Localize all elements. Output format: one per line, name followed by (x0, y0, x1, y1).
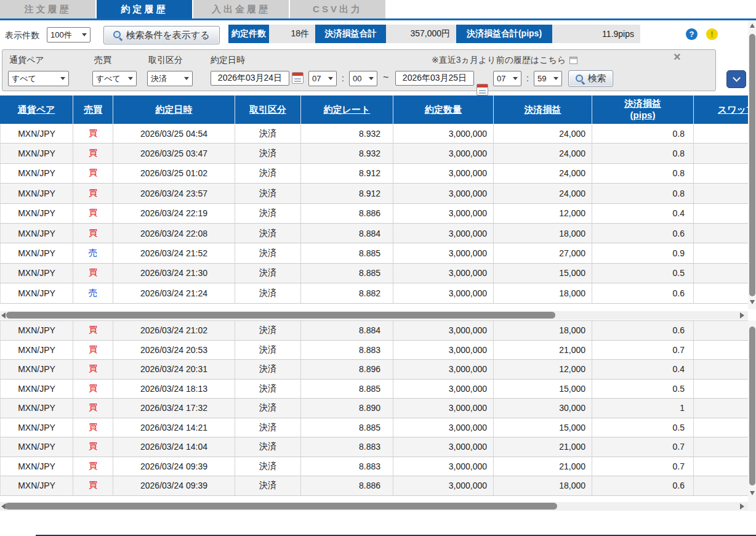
currency-pair-value: すべて (12, 73, 36, 84)
cell-currency-pair: MXN/JPY (1, 418, 73, 437)
cell-rate: 8.886 (301, 204, 393, 223)
table-header-row: 通貨ペア売買約定日時取引区分約定レート約定数量決済損益決済損益(pips)スワッ… (0, 95, 748, 124)
cell-quantity: 3,000,000 (393, 360, 494, 379)
cell-quantity: 3,000,000 (393, 418, 494, 437)
cell-trade-type: 決済 (235, 243, 301, 262)
cell-currency-pair: MXN/JPY (1, 224, 73, 243)
search-icon (576, 75, 584, 83)
column-header-quantity[interactable]: 約定数量 (393, 95, 493, 124)
horizontal-scrollbar-thumb[interactable] (6, 312, 555, 319)
tab-csv-export[interactable]: CSV出力 (290, 0, 385, 18)
tab-order-history[interactable]: 注文履歴 (0, 0, 95, 18)
cell-quantity: 3,000,000 (393, 283, 494, 303)
close-icon[interactable]: × (674, 51, 681, 63)
cell-swap (694, 224, 748, 243)
cell-side: 買 (73, 360, 113, 379)
to-minute-value: 59 (537, 74, 546, 83)
table-row: MXN/JPY買2026/03/25 04:54決済8.9323,000,000… (0, 124, 748, 144)
search-conditions-toggle-label: 検索条件を表示する (126, 30, 209, 41)
cell-currency-pair: MXN/JPY (1, 204, 73, 223)
cell-currency-pair: MXN/JPY (1, 283, 73, 303)
cell-trade-type: 決済 (235, 164, 301, 183)
cell-swap (694, 144, 748, 163)
cell-executed-at: 2026/03/24 21:30 (113, 264, 235, 283)
cell-trade-type: 決済 (235, 184, 301, 203)
cell-pl-pips: 0.8 (592, 124, 694, 143)
cell-currency-pair: MXN/JPY (1, 380, 73, 399)
time-colon: : (342, 73, 344, 89)
settlement-pl-pips-badge: 決済損益合計(pips) (456, 25, 552, 43)
from-date-input[interactable]: 2026年03月24日 (211, 71, 289, 86)
cell-pl-pips: 0.5 (592, 264, 694, 283)
to-minute-select[interactable]: 59 (534, 71, 562, 86)
cell-pl-pips: 0.8 (592, 164, 694, 183)
search-button[interactable]: 検索 (568, 70, 613, 87)
scroll-right-arrow-icon[interactable] (740, 503, 744, 510)
to-hour-value: 07 (497, 74, 505, 83)
cell-trade-type: 決済 (235, 418, 301, 437)
trade-type-value: 決済 (151, 73, 167, 84)
table-row: MXN/JPY買2026/03/25 01:02決済8.9123,000,000… (0, 164, 748, 184)
cell-quantity: 3,000,000 (393, 124, 494, 143)
column-header-trade-type[interactable]: 取引区分 (235, 95, 300, 124)
search-filter-panel: 通貨ペア 売買 取引区分 約定日時 ※直近3ヵ月より前の履歴はこちら × すべて… (2, 49, 716, 91)
display-count-select[interactable]: 100件 (47, 27, 90, 43)
cell-executed-at: 2026/03/24 17:32 (113, 399, 235, 418)
help-icon[interactable]: ? (686, 28, 698, 40)
scroll-down-arrow-icon[interactable] (750, 300, 755, 304)
to-date-input[interactable]: 2026年03月25日 (395, 71, 474, 86)
column-header-rate[interactable]: 約定レート (300, 95, 393, 124)
summary-stats-bar: 約定件数 18件 決済損益合計 357,000円 決済損益合計(pips) 11… (228, 25, 640, 43)
search-button-label: 検索 (588, 73, 606, 84)
to-hour-select[interactable]: 07 (493, 71, 521, 86)
side-select[interactable]: すべて (92, 71, 137, 86)
cell-trade-type: 決済 (235, 360, 301, 379)
cell-side: 買 (73, 380, 113, 399)
cell-currency-pair: MXN/JPY (1, 321, 73, 340)
cell-executed-at: 2026/03/25 01:02 (113, 164, 235, 183)
cell-trade-type: 決済 (235, 437, 301, 457)
range-separator: ~ (383, 72, 388, 87)
column-header-swap[interactable]: スワップ (693, 95, 748, 124)
scroll-down-arrow-icon[interactable] (750, 491, 755, 495)
cell-currency-pair: MXN/JPY (1, 264, 73, 283)
calendar-icon[interactable] (477, 84, 488, 95)
trade-type-label: 取引区分 (148, 55, 183, 66)
trade-type-select[interactable]: 決済 (147, 71, 193, 86)
horizontal-scrollbar-thumb[interactable] (5, 503, 557, 510)
from-hour-select[interactable]: 07 (308, 71, 337, 86)
search-conditions-toggle-button[interactable]: 検索条件を表示する (103, 26, 220, 44)
warning-icon[interactable]: ! (706, 28, 718, 40)
cell-pl-pips: 0.7 (592, 457, 694, 476)
tab-deposit-withdrawal-history[interactable]: 入出金履歴 (193, 0, 289, 18)
column-header-currency-pair[interactable]: 通貨ペア (0, 95, 73, 124)
horizontal-scrollbar-lower (0, 502, 748, 511)
column-header-pl[interactable]: 決済損益 (493, 95, 592, 124)
column-header-side[interactable]: 売買 (73, 95, 113, 124)
collapse-panel-button[interactable] (726, 70, 746, 88)
scroll-left-arrow-icon[interactable] (1, 312, 6, 319)
scroll-right-arrow-icon[interactable] (740, 312, 744, 319)
cell-swap (694, 204, 748, 223)
vertical-scrollbar-thumb[interactable] (749, 34, 755, 296)
cell-currency-pair: MXN/JPY (1, 476, 73, 495)
cell-quantity: 3,000,000 (393, 380, 494, 399)
cell-side: 売 (73, 243, 113, 262)
cell-quantity: 3,000,000 (393, 224, 494, 243)
scroll-up-arrow-icon[interactable] (750, 23, 755, 28)
tab-execution-history[interactable]: 約定履歴 (97, 0, 192, 18)
cell-rate: 8.890 (301, 399, 393, 418)
cell-side: 買 (73, 124, 113, 143)
older-history-note[interactable]: ※直近3ヵ月より前の履歴はこちら (432, 55, 577, 66)
calendar-icon[interactable] (292, 72, 304, 84)
vertical-scrollbar-thumb[interactable] (749, 327, 755, 485)
column-header-pl-pips[interactable]: 決済損益(pips) (592, 95, 693, 124)
from-minute-select[interactable]: 00 (349, 71, 377, 86)
cell-currency-pair: MXN/JPY (1, 243, 73, 262)
table-row: MXN/JPY買2026/03/25 03:47決済8.9323,000,000… (0, 144, 748, 163)
currency-pair-select[interactable]: すべて (8, 71, 69, 86)
column-header-executed-at[interactable]: 約定日時 (113, 95, 235, 124)
cell-executed-at: 2026/03/24 18:13 (113, 380, 235, 399)
display-count-label: 表示件数 (5, 30, 39, 41)
cell-quantity: 3,000,000 (393, 399, 494, 418)
